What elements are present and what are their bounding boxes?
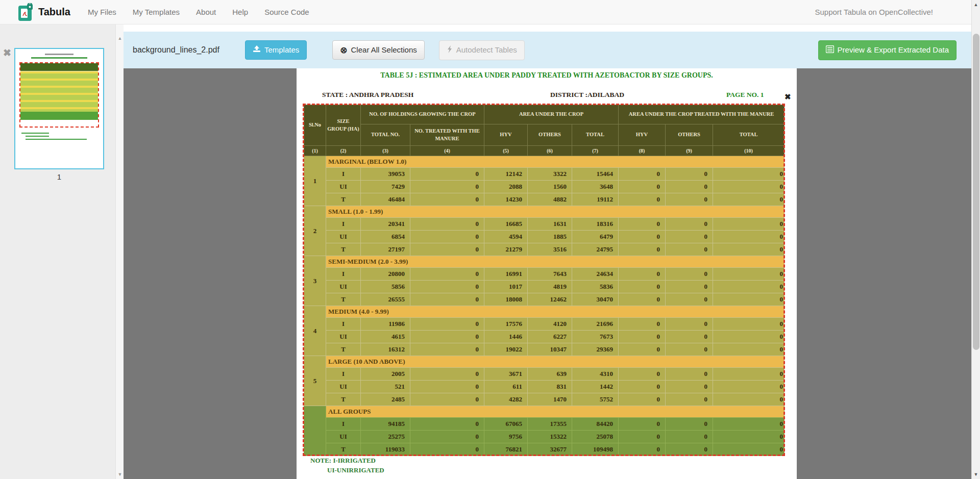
sidebar-scrollbar[interactable]: ▲ ▼ [115,24,124,479]
export-button-label: Preview & Export Extracted Data [838,45,949,55]
filename-label: background_lines_2.pdf [133,45,219,55]
scroll-up-icon[interactable]: ▲ [116,36,124,41]
document-note-2: UI-UNIRRIGATED [327,466,384,474]
nav-links: My Files My Templates About Help Source … [80,0,317,24]
thumbnail-subtitle-line [31,57,87,59]
document-page-no: PAGE NO. 1 [726,91,764,99]
document-state: STATE : ANDHRA PRADESH [322,91,413,99]
clear-button-label: Clear All Selections [351,45,417,55]
body: ✖ 1 ▲ ▼ background_lin [0,24,980,479]
document-district: DISTRICT :ADILABAD [550,91,624,99]
thumbnail-note-line [26,139,87,140]
tabula-app: Tabula My Files My Templates About Help … [0,0,980,479]
lightning-icon [447,45,453,55]
scroll-down-icon[interactable]: ▼ [116,472,124,477]
scroll-up-icon[interactable]: ▲ [972,2,980,7]
clear-selections-icon: ⊗ [340,46,347,55]
scroll-down-icon[interactable]: ▼ [972,472,980,477]
scrollbar-thumb[interactable] [973,34,979,350]
thumbnail-note-line [26,136,49,137]
autodetect-button-label: Autodetect Tables [456,45,517,55]
autodetect-tables-button[interactable]: Autodetect Tables [439,40,525,60]
clear-all-selections-button[interactable]: ⊗ Clear All Selections [332,40,424,60]
page-number-label: 1 [14,172,104,181]
thumbnail-table-rows [20,71,98,112]
thumbnail-selection-box [19,62,99,128]
window-scrollbar[interactable]: ▲ ▼ [971,0,980,479]
remove-page-icon[interactable]: ✖ [3,47,11,59]
thumbnail-table-header [20,63,98,71]
nav-item-about[interactable]: About [188,0,224,24]
thumbnail-table-footer [20,112,98,120]
selection-close-icon[interactable]: ✖ [785,92,791,102]
pdf-page[interactable]: TABLE 5J : ESTIMATED AREA UNDER PADDY TR… [297,68,797,479]
thumbnail-title-line [45,54,73,55]
nav-item-source-code[interactable]: Source Code [256,0,317,24]
document-title: TABLE 5J : ESTIMATED AREA UNDER PADDY TR… [297,71,797,80]
pdf-viewer: TABLE 5J : ESTIMATED AREA UNDER PADDY TR… [124,68,980,479]
nav-item-my-templates[interactable]: My Templates [125,0,188,24]
toolbar: background_lines_2.pdf Templates ⊗ Clear… [124,32,980,68]
tabula-logo-icon [18,3,34,21]
nav-item-my-files[interactable]: My Files [80,0,125,24]
preview-export-button[interactable]: Preview & Export Extracted Data [818,40,957,60]
thumbnail-note-line [21,133,49,134]
support-link[interactable]: Support Tabula on OpenCollective! [815,8,933,16]
main-area: background_lines_2.pdf Templates ⊗ Clear… [124,24,980,479]
brand-title[interactable]: Tabula [38,6,70,18]
page-thumbnail[interactable] [14,48,104,169]
templates-button-label: Templates [264,45,299,55]
table-selection-box[interactable] [303,104,785,456]
nav-item-help[interactable]: Help [224,0,256,24]
templates-button[interactable]: Templates [245,40,307,60]
navbar: Tabula My Files My Templates About Help … [0,0,980,24]
page-sidebar: ✖ 1 ▲ ▼ [0,24,124,479]
table-list-icon [826,45,834,55]
document-note-1: NOTE: I-IRRIGATED [310,457,376,465]
templates-icon [253,45,261,55]
